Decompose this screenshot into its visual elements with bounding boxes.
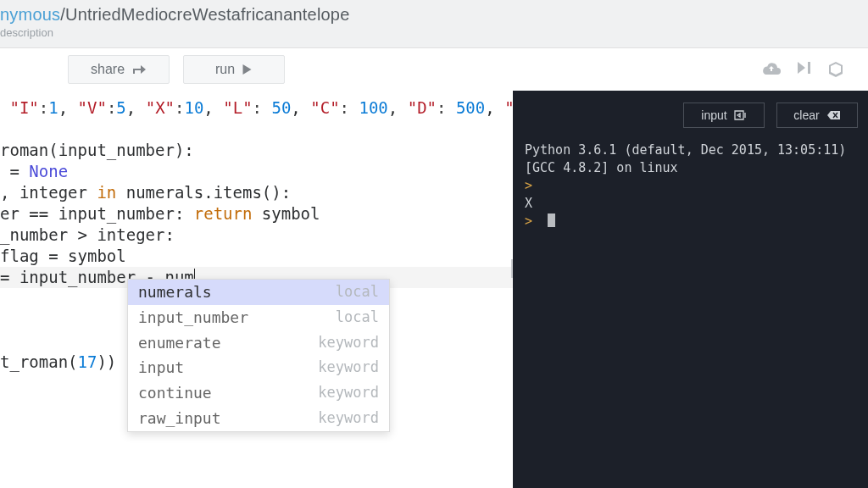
- terminal-output[interactable]: Python 3.6.1 (default, Dec 2015, 13:05:1…: [513, 141, 868, 230]
- prompt-icon: >: [525, 178, 532, 193]
- autocomplete-kind: keyword: [318, 333, 379, 353]
- code-line: er == input_number: return symbol: [0, 203, 513, 225]
- autocomplete-name: input: [138, 358, 184, 378]
- autocomplete-name: enumerate: [138, 333, 221, 353]
- autocomplete-item[interactable]: raw_inputkeyword: [128, 406, 389, 431]
- share-icon: [131, 64, 147, 75]
- play-icon: [242, 64, 253, 75]
- cloud-upload-icon[interactable]: [761, 61, 782, 78]
- autocomplete-kind: local: [336, 308, 379, 328]
- prompt-icon: >: [525, 214, 532, 229]
- code-editor[interactable]: "I":1, "V":5, "X":10, "L": 50, "C": 100,…: [0, 91, 513, 488]
- backspace-icon: [826, 110, 841, 120]
- autocomplete-item[interactable]: numeralslocal: [128, 280, 389, 305]
- code-line: "I":1, "V":5, "X":10, "L": 50, "C": 100,…: [0, 97, 513, 119]
- autocomplete-item[interactable]: inputkeyword: [128, 355, 389, 380]
- code-line: flag = symbol: [0, 246, 513, 267]
- autocomplete-popup[interactable]: numeralslocalinput_numberlocalenumeratek…: [127, 279, 390, 432]
- repl-name: UntriedMediocreWestafricanantelope: [65, 5, 350, 24]
- repl-path[interactable]: nymous/UntriedMediocreWestafricanantelop…: [0, 5, 868, 25]
- owner-link[interactable]: nymous: [0, 5, 60, 24]
- terminal-cursor: [548, 214, 555, 227]
- autocomplete-kind: local: [336, 282, 379, 302]
- autocomplete-item[interactable]: continuekeyword: [128, 380, 389, 406]
- autocomplete-kind: keyword: [318, 358, 379, 378]
- code-line: , integer in numerals.items():: [0, 182, 513, 203]
- repl-description[interactable]: description: [0, 26, 868, 39]
- editor-toolbar: share run: [0, 48, 868, 91]
- autocomplete-item[interactable]: input_numberlocal: [128, 305, 389, 330]
- terminal-pane: input clear Python 3.6.1 (default, Dec 2…: [513, 91, 868, 488]
- autocomplete-name: raw_input: [138, 408, 221, 429]
- autocomplete-item[interactable]: enumeratekeyword: [128, 330, 389, 356]
- run-button[interactable]: run: [183, 55, 285, 84]
- code-line: = None: [0, 161, 513, 182]
- autocomplete-name: input_number: [138, 308, 248, 328]
- code-line: _number > integer:: [0, 225, 513, 246]
- header-bar: nymous/UntriedMediocreWestafricanantelop…: [0, 0, 868, 48]
- autocomplete-name: numerals: [138, 282, 212, 302]
- autocomplete-kind: keyword: [318, 383, 379, 403]
- code-line: roman(input_number):: [0, 140, 513, 161]
- step-icon[interactable]: [797, 61, 812, 78]
- terminal-clear-button[interactable]: clear: [776, 103, 858, 128]
- share-button[interactable]: share: [68, 55, 170, 84]
- autocomplete-kind: keyword: [318, 408, 379, 429]
- terminal-input-button[interactable]: input: [683, 103, 765, 128]
- cube-icon[interactable]: [827, 61, 844, 78]
- autocomplete-name: continue: [138, 383, 212, 403]
- input-icon: [734, 110, 747, 120]
